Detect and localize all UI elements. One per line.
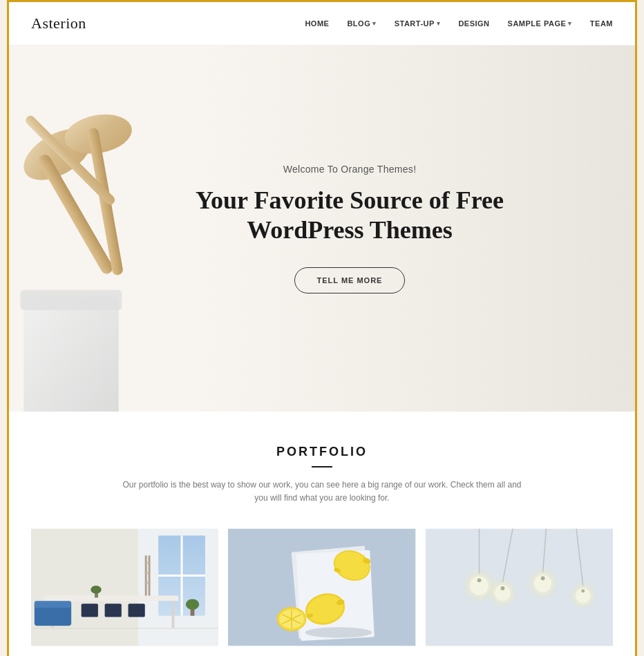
portfolio-item-lights[interactable]: [426, 527, 613, 648]
site-nav: HOME BLOG ▾ START-UP ▾ DESIGN SAMPLE PAG…: [305, 19, 613, 28]
svg-point-47: [305, 628, 372, 639]
svg-rect-12: [44, 596, 178, 601]
svg-rect-16: [35, 601, 71, 608]
hero-subtitle: Welcome To Orange Themes!: [170, 164, 529, 175]
svg-rect-5: [23, 297, 118, 412]
browser-frame: Asterion HOME BLOG ▾ START-UP ▾ DESIGN S…: [7, 0, 637, 656]
svg-rect-23: [149, 556, 151, 596]
portfolio-section: PORTFOLIO Our portfolio is the best way …: [9, 412, 635, 656]
chevron-down-icon: ▾: [568, 20, 572, 27]
chevron-down-icon: ▾: [437, 20, 441, 27]
svg-rect-26: [145, 583, 151, 584]
svg-rect-6: [20, 290, 122, 310]
portfolio-item-office[interactable]: [31, 527, 218, 648]
portfolio-description: Our portfolio is the best way to show ou…: [122, 479, 522, 505]
svg-point-68: [569, 583, 596, 610]
site-header: Asterion HOME BLOG ▾ START-UP ▾ DESIGN S…: [9, 2, 635, 46]
portfolio-title: PORTFOLIO: [31, 445, 613, 459]
svg-point-66: [488, 579, 518, 608]
hero-title: Your Favorite Source of Free WordPress T…: [170, 186, 529, 245]
nav-sample-page[interactable]: SAMPLE PAGE ▾: [508, 19, 572, 28]
portfolio-grid: cagechristiancollege.com AR MA RINE ED W…: [31, 527, 613, 656]
nav-startup[interactable]: START-UP ▾: [395, 19, 441, 28]
svg-point-21: [186, 599, 199, 610]
portfolio-item-lemons[interactable]: [228, 527, 415, 648]
nav-home[interactable]: HOME: [305, 19, 329, 28]
svg-point-67: [527, 568, 559, 600]
site-logo[interactable]: Asterion: [31, 15, 86, 32]
hero-section: Welcome To Orange Themes! Your Favorite …: [9, 46, 635, 412]
nav-blog[interactable]: BLOG ▾: [347, 19, 376, 28]
svg-rect-17: [82, 604, 98, 617]
svg-point-29: [91, 586, 102, 594]
hero-image: [9, 66, 147, 412]
hero-content: Welcome To Orange Themes! Your Favorite …: [142, 164, 557, 293]
nav-design[interactable]: DESIGN: [458, 19, 489, 28]
portfolio-header: PORTFOLIO Our portfolio is the best way …: [31, 445, 613, 505]
svg-rect-19: [129, 604, 145, 617]
chevron-down-icon: ▾: [372, 20, 377, 27]
svg-rect-18: [105, 604, 122, 617]
svg-rect-27: [31, 628, 218, 630]
portfolio-divider: [312, 466, 332, 467]
svg-rect-22: [145, 556, 147, 596]
svg-rect-14: [171, 601, 174, 628]
svg-rect-24: [145, 563, 151, 564]
nav-team[interactable]: TEAM: [590, 19, 613, 28]
tell-me-more-button[interactable]: TELL ME MORE: [294, 267, 406, 293]
svg-rect-25: [145, 572, 151, 574]
